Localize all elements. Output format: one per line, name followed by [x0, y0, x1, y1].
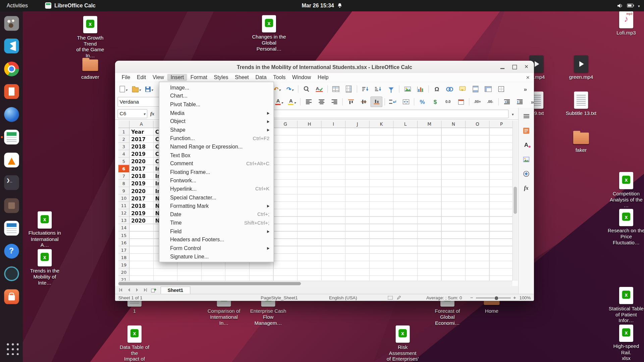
column-header-i[interactable]: I — [322, 121, 346, 128]
functions-icon[interactable] — [522, 183, 531, 192]
navigator-icon[interactable] — [522, 169, 531, 178]
menu-data[interactable]: Data — [252, 74, 270, 81]
insert-menu-item-time[interactable]: TimeShift+Ctrl+; — [159, 219, 274, 227]
horizontal-scrollbar[interactable] — [118, 281, 513, 286]
align-center-vertical-button[interactable] — [358, 97, 370, 107]
sort-ascending-button[interactable] — [359, 84, 371, 95]
last-sheet-icon[interactable] — [142, 288, 148, 292]
insert-menu-item-date[interactable]: DateCtrl+; — [159, 210, 274, 219]
insert-menu-item-signature-line[interactable]: Signature Line... — [159, 252, 274, 261]
selection-mode-icon[interactable] — [388, 296, 393, 301]
row-header-1[interactable]: 1 — [118, 128, 129, 135]
dock-item-terminal[interactable] — [0, 171, 23, 194]
desktop-icon-changes-in-the-global-personal[interactable]: Changes in the Global Personal… — [251, 15, 288, 52]
dock-item-dark-circle-app[interactable] — [0, 262, 23, 285]
menu-view[interactable]: View — [149, 74, 167, 81]
insert-menu-item-formatting-mark[interactable]: Formatting Mark — [159, 202, 274, 210]
insert-menu-item-shape[interactable]: Shape — [159, 126, 274, 134]
row-header-21[interactable]: 21 — [118, 276, 129, 281]
column-header-g[interactable]: G — [274, 121, 298, 128]
row-header-16[interactable]: 16 — [118, 239, 129, 246]
insert-menu-item-function[interactable]: Function...Ctrl+F2 — [159, 134, 274, 142]
column-header-a[interactable]: A — [129, 121, 154, 128]
dock-item-libreoffice-writer[interactable] — [0, 217, 23, 240]
dock-item-dark-app[interactable] — [0, 194, 23, 217]
find-replace-button[interactable] — [301, 84, 313, 95]
gallery-icon[interactable] — [522, 155, 531, 164]
row-header-19[interactable]: 19 — [118, 261, 129, 268]
insert-menu-item-pivot-table[interactable]: Pivot Table... — [159, 100, 274, 109]
focused-app-indicator[interactable]: LibreOffice Calc — [45, 2, 96, 8]
column-header-j[interactable]: J — [345, 121, 370, 128]
borders-button[interactable] — [495, 84, 507, 95]
cell-a6[interactable]: 2017 — [131, 166, 146, 172]
spelling-button[interactable]: A — [313, 84, 325, 95]
autofilter-button[interactable] — [385, 84, 397, 95]
insert-menu-item-image[interactable]: Image... — [159, 83, 274, 92]
row-header-11[interactable]: 11 — [118, 202, 129, 209]
desktop-icon-lofi-mp3[interactable]: mp3Lofi.mp3 — [607, 11, 644, 36]
close-document-icon[interactable] — [526, 74, 530, 80]
document-modified-icon[interactable] — [397, 296, 401, 301]
zoom-slider[interactable] — [476, 298, 511, 298]
zoom-out-icon[interactable] — [470, 295, 473, 300]
dock-item-chrome[interactable] — [0, 57, 23, 80]
add-decimal-button[interactable]: .00+ — [471, 97, 483, 107]
row-headers[interactable]: 123456789101112131415161718192021 — [118, 128, 129, 281]
page-style-status[interactable]: PageStyle_Sheet1 — [261, 295, 298, 300]
format-percent-button[interactable]: % — [416, 97, 428, 107]
row-header-15[interactable]: 15 — [118, 232, 129, 239]
overflow-button[interactable]: » — [527, 97, 534, 107]
insert-menu-item-object[interactable]: Object — [159, 117, 274, 125]
column-header-o[interactable]: O — [466, 121, 490, 128]
dock-item-help[interactable] — [0, 240, 23, 262]
zoom-level[interactable]: 100% — [520, 295, 531, 300]
new-button[interactable] — [117, 84, 129, 95]
row-header-9[interactable]: 9 — [118, 187, 129, 194]
row-header-2[interactable]: 2 — [118, 135, 129, 143]
insert-menu-item-chart[interactable]: Chart... — [159, 92, 274, 100]
insert-menu-item-fontwork[interactable]: Fontwork... — [159, 176, 274, 185]
increase-indent-button[interactable] — [514, 97, 526, 107]
row-header-6[interactable]: 6 — [118, 165, 129, 172]
cell-a1[interactable]: Year — [131, 129, 144, 135]
sort-descending-button[interactable] — [372, 84, 384, 95]
column-header-n[interactable]: N — [442, 121, 466, 128]
desktop-icon-subtitle-13-txt[interactable]: Subtitle 13.txt — [562, 91, 600, 116]
cell-a13[interactable]: 2020 — [131, 217, 146, 224]
cell-a12[interactable]: 2019 — [131, 210, 146, 217]
zoom-slider-thumb[interactable] — [494, 296, 499, 300]
sheet-tab-sheet1[interactable]: Sheet1 — [161, 286, 190, 294]
row-header-8[interactable]: 8 — [118, 180, 129, 187]
desktop-icon-competition-analysis-of-the[interactable]: Competition Analysis of the … — [607, 172, 644, 209]
freeze-panes-button[interactable] — [482, 84, 494, 95]
row-header-14[interactable]: 14 — [118, 224, 129, 232]
next-sheet-icon[interactable] — [134, 288, 140, 292]
font-color-button[interactable]: A — [273, 97, 285, 107]
styles-icon[interactable] — [522, 140, 531, 149]
scrollbar-thumb[interactable] — [118, 282, 301, 285]
dock-item-gimp[interactable] — [0, 12, 23, 35]
delete-decimal-button[interactable]: .00- — [484, 97, 496, 107]
activities-button[interactable]: Activities — [0, 2, 35, 8]
menu-sheet[interactable]: Sheet — [232, 74, 252, 81]
menu-window[interactable]: Window — [289, 74, 314, 81]
cell-a9[interactable]: 2020 — [131, 188, 146, 194]
minimize-button[interactable] — [498, 63, 507, 71]
highlight-color-button[interactable]: A — [286, 97, 298, 107]
insert-row-button[interactable] — [330, 84, 342, 95]
name-box[interactable]: C6 — [117, 109, 147, 118]
insert-image-button[interactable] — [401, 84, 414, 95]
hyperlink-button[interactable] — [444, 84, 456, 95]
dock-item-libreoffice-calc[interactable] — [0, 126, 23, 148]
vertical-scrollbar[interactable] — [513, 121, 518, 281]
insert-menu-item-comment[interactable]: CommentCtrl+Alt+C — [159, 160, 274, 168]
insert-menu-item-text-box[interactable]: Text Box — [159, 151, 274, 159]
desktop-icon-cadaver[interactable]: cadaver — [71, 55, 109, 80]
row-header-5[interactable]: 5 — [118, 158, 129, 165]
desktop-icon-faker[interactable]: faker — [562, 128, 600, 153]
special-character-button[interactable]: Ω — [431, 84, 443, 95]
cell-a11[interactable]: 2018 — [131, 202, 146, 209]
dock-item-vlc[interactable] — [0, 148, 23, 171]
dock-item-vscode[interactable] — [0, 35, 23, 57]
